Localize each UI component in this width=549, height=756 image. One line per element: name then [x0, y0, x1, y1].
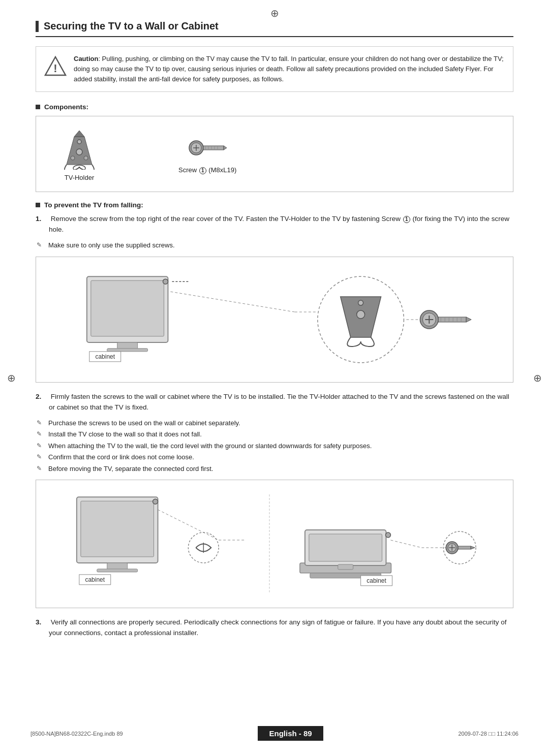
note-2e: ✎ Before moving the TV, separate the con…: [36, 464, 513, 474]
step-1-number: 1.: [36, 214, 47, 235]
svg-text:cabinet: cabinet: [95, 353, 115, 360]
svg-line-65: [390, 540, 421, 548]
diagram-1-svg: cabinet: [46, 266, 503, 373]
svg-point-24: [163, 279, 168, 284]
svg-text:cabinet: cabinet: [85, 576, 105, 583]
svg-line-52: [158, 510, 219, 540]
svg-point-64: [386, 532, 391, 538]
step-2-number: 2.: [36, 392, 47, 413]
svg-marker-73: [471, 546, 475, 549]
svg-rect-21: [91, 280, 164, 336]
svg-point-30: [357, 310, 365, 319]
caution-box: ! Caution: Pulling, pushing, or climbing…: [36, 46, 513, 92]
footer-right: 2009-07-28 □□ 11:24:06: [459, 731, 519, 737]
diagram-1: cabinet: [36, 257, 513, 383]
reg-mark-right: ⊕: [533, 372, 542, 384]
step-1-notes: ✎ Make sure to only use the supplied scr…: [36, 240, 513, 250]
svg-rect-23: [107, 349, 148, 352]
svg-rect-50: [97, 569, 138, 572]
components-box: TV-Holder Screw 1 (M8xL19): [36, 116, 513, 192]
note-text-1: Make sure to only use the supplied screw…: [48, 240, 175, 250]
screw-label: Screw 1 (M8xL19): [178, 166, 236, 174]
step-3-number: 3.: [36, 617, 47, 639]
prevent-header: To prevent the TV from falling:: [36, 201, 513, 209]
svg-marker-3: [74, 131, 84, 137]
caution-label: Caution: [74, 55, 98, 62]
step-3-text: Verify all connections are properly secu…: [49, 617, 513, 639]
step-2-text: Firmly fasten the screws to the wall or …: [49, 392, 513, 413]
svg-rect-36: [438, 317, 466, 322]
svg-rect-13: [203, 146, 224, 150]
section-title: Securing the TV to a Wall or Cabinet: [36, 20, 513, 37]
reg-mark-top: ⊕: [270, 7, 279, 19]
svg-rect-48: [81, 501, 154, 557]
reg-mark-left: ⊕: [7, 372, 16, 384]
footer-center: English - 89: [258, 726, 323, 741]
note-item-1: ✎ Make sure to only use the supplied scr…: [36, 240, 513, 250]
note-2a: ✎ Purchase the screws to be used on the …: [36, 418, 513, 428]
footer: [8500-NA]BN68-02322C-Eng.indb 89 English…: [0, 726, 549, 741]
svg-point-31: [358, 300, 363, 305]
svg-marker-43: [466, 317, 471, 322]
step-3: 3. Verify all connections are properly s…: [36, 617, 513, 639]
step-1-text: Remove the screw from the top right of t…: [49, 214, 513, 235]
step-1: 1. Remove the screw from the top right o…: [36, 214, 513, 235]
step-2-notes: ✎ Purchase the screws to be used on the …: [36, 418, 513, 474]
note-2c: ✎ When attaching the TV to the wall, tie…: [36, 441, 513, 451]
svg-rect-63: [338, 564, 353, 570]
screw-svg: [187, 134, 228, 162]
diagram-2-svg: cabinet: [46, 489, 503, 598]
svg-point-5: [77, 140, 81, 144]
bullet-square-2: [36, 203, 40, 207]
title-bar: [36, 21, 39, 32]
svg-line-44: [170, 292, 294, 312]
page: ⊕ ⊕ ⊕ Securing the TV to a Wall or Cabin…: [0, 0, 549, 756]
svg-point-51: [153, 499, 158, 504]
footer-left: [8500-NA]BN68-02322C-Eng.indb 89: [30, 731, 123, 737]
note-icon-1: ✎: [37, 240, 46, 249]
note-2b: ✎ Install the TV close to the wall so th…: [36, 429, 513, 439]
diagram-2: cabinet: [36, 480, 513, 608]
step-2: 2. Firmly fasten the screws to the wall …: [36, 392, 513, 413]
caution-body: : Pulling, pushing, or climbing on the T…: [74, 55, 504, 83]
svg-point-7: [71, 156, 75, 160]
svg-text:!: !: [53, 62, 57, 75]
screw-item: Screw 1 (M8xL19): [178, 134, 236, 174]
svg-rect-72: [458, 546, 471, 549]
svg-point-8: [84, 156, 88, 160]
svg-point-4: [76, 149, 82, 155]
caution-icon: !: [44, 55, 67, 77]
svg-rect-62: [309, 534, 382, 561]
tv-holder-label: TV-Holder: [65, 174, 95, 181]
components-header: Components:: [36, 103, 513, 111]
caution-text: Caution: Pulling, pushing, or climbing o…: [74, 54, 505, 84]
svg-text:cabinet: cabinet: [367, 577, 386, 584]
bullet-square: [36, 105, 40, 109]
note-2d: ✎ Confirm that the cord or link does not…: [36, 452, 513, 462]
tv-holder-svg: [51, 127, 107, 170]
svg-marker-19: [224, 146, 227, 150]
tv-holder-item: TV-Holder: [51, 127, 107, 181]
screw-number: 1: [199, 167, 206, 174]
